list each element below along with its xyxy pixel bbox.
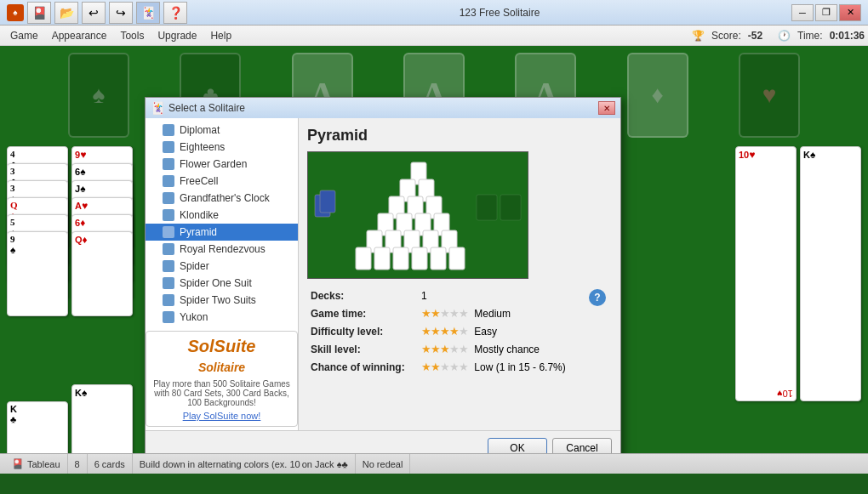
spider-icon [163,260,174,272]
skill-empty: ★★ [449,343,468,355]
svg-rect-20 [374,247,390,270]
window-controls: ─ ❐ ✕ [791,4,861,21]
svg-rect-22 [412,247,427,270]
rule-seg: Build down in alternating colors (ex. 10… [133,454,356,474]
game-item-flower-garden[interactable]: Flower Garden [146,156,298,173]
game-item-klondike[interactable]: Klondike [146,207,298,224]
undo-btn[interactable]: ↩ [82,2,106,24]
new-game-btn[interactable]: 🎴 [27,2,51,24]
grandfathers-clock-icon [163,192,174,204]
winning-label: Chance of winning: [307,358,418,376]
on-jack: on Jack ♠♣ [302,459,348,469]
game-item-freecell[interactable]: FreeCell [146,173,298,190]
clock-icon: 🕐 [778,30,791,42]
restore-btn[interactable]: ❐ [815,4,837,21]
menu-help[interactable]: Help [203,26,238,45]
freecell-icon [163,175,174,187]
stat-skill: Skill level: ★★★★★ Mostly chance [307,340,612,358]
game-area: ♠ ♣ A A A ♦ ♥ 4♣ 3♣ 3♠ Q♦ 5♠ 9♠ [0,46,868,474]
skill-text: Mostly chance [474,344,540,355]
difficulty-label: Difficulty level: [307,322,418,340]
help-btn-toolbar[interactable]: ❓ [163,2,187,24]
score-icon: 🏆 [692,30,705,42]
skill-stars: ★★★ [421,343,449,355]
menu-appearance[interactable]: Appearance [45,26,114,45]
help-icon[interactable]: ? [589,289,606,306]
dialog-close-btn[interactable]: ✕ [598,101,615,115]
stat-winning: Chance of winning: ★★★★★ Low (1 in 15 - … [307,358,612,376]
game-time-value: ★★★★★ Medium [418,304,585,322]
score-value: -52 [748,30,762,42]
score-label: Score: [711,30,741,42]
time-label: Time: [797,30,823,42]
game-time-text: Medium [474,308,511,320]
game-item-royal-rendezvous[interactable]: Royal Rendezvous [146,241,298,258]
svg-rect-19 [356,247,371,270]
redeal-seg: No redeal [356,454,411,474]
stat-difficulty: Difficulty level: ★★★★★ Easy [307,322,612,340]
yukon-icon [163,311,174,323]
flower-garden-icon [163,158,174,170]
game-item-pyramid[interactable]: Pyramid [146,224,298,241]
cards-seg: 6 cards [88,454,133,474]
solsuite-promo: SolSuiteSolitaire Play more than 500 Sol… [146,331,298,427]
selected-game-title: Pyramid [307,127,612,145]
menu-bar: Game Appearance Tools Upgrade Help 🏆 Sco… [0,26,868,46]
game-time-stars: ★★ [421,307,440,320]
svg-rect-24 [449,247,465,270]
pyramid-preview-svg [308,152,528,279]
difficulty-value: ★★★★★ Easy [418,322,585,340]
title-bar: ♠ 🎴 📂 ↩ ↪ 🃏 ❓ 123 Free Solitaire ─ ❐ ✕ [0,0,868,26]
promo-text: Play more than 500 Solitaire Games with … [151,379,292,407]
game-item-yukon[interactable]: Yukon [146,309,298,326]
svg-rect-3 [477,195,497,220]
redo-btn[interactable]: ↪ [109,2,133,24]
difficulty-text: Easy [474,326,497,338]
svg-rect-2 [500,195,521,220]
minimize-btn[interactable]: ─ [791,4,814,21]
app-icon: ♠ [7,4,24,21]
winning-empty: ★★★ [440,361,468,373]
winning-text: Low (1 in 15 - 6.7%) [474,361,565,373]
game-preview [307,151,528,279]
select-solitaire-dialog: 🃏 Select a Solitaire ✕ Diplomat Eighteen… [145,97,621,466]
columns-seg: 8 [68,454,88,474]
skill-value: ★★★★★ Mostly chance [418,340,585,358]
title-bar-left: ♠ 🎴 📂 ↩ ↪ 🃏 ❓ [7,2,208,24]
diplomat-icon [163,124,174,136]
time-value: 0:01:36 [830,30,865,42]
stat-game-time: Game time: ★★★★★ Medium [307,304,612,322]
menu-tools[interactable]: Tools [113,26,151,45]
game-item-spider-one-suit[interactable]: Spider One Suit [146,275,298,292]
skill-label: Skill level: [307,340,418,358]
tableau-icon: 🎴 [12,458,24,469]
game-item-spider-two-suits[interactable]: Spider Two Suits [146,292,298,309]
close-btn[interactable]: ✕ [839,4,861,21]
pyramid-icon [163,226,174,238]
winning-value: ★★★★★ Low (1 in 15 - 6.7%) [418,358,585,376]
game-item-diplomat[interactable]: Diplomat [146,122,298,139]
svg-rect-23 [431,247,446,270]
winning-stars: ★★ [421,361,440,373]
window-title: 123 Free Solitaire [208,7,791,19]
rule-text: Build down in alternating colors (ex. 10 [140,459,300,469]
select-btn[interactable]: 🃏 [136,2,160,24]
game-item-grandfathers-clock[interactable]: Grandfather's Clock [146,190,298,207]
game-detail: Pyramid [299,118,620,430]
game-item-eighteens[interactable]: Eighteens [146,139,298,156]
menu-game[interactable]: Game [3,26,45,45]
stat-decks: Decks: 1 ? [307,287,612,304]
dialog-title-group: 🃏 Select a Solitaire [151,101,245,115]
spider-two-suits-icon [163,294,174,306]
game-item-spider[interactable]: Spider [146,258,298,275]
decks-label: Decks: [307,287,418,304]
tableau-icon-seg: 🎴 Tableau [5,454,68,474]
score-time-bar: 🏆 Score: -52 🕐 Time: 0:01:36 [692,30,865,42]
status-bar: 🎴 Tableau 8 6 cards Build down in altern… [0,453,868,474]
menu-upgrade[interactable]: Upgrade [151,26,203,45]
difficulty-stars: ★★★★ [421,325,459,338]
promo-link[interactable]: Play SolSuite now! [183,411,261,421]
svg-rect-1 [320,190,335,213]
decks-value: 1 [418,287,585,304]
open-btn[interactable]: 📂 [54,2,78,24]
